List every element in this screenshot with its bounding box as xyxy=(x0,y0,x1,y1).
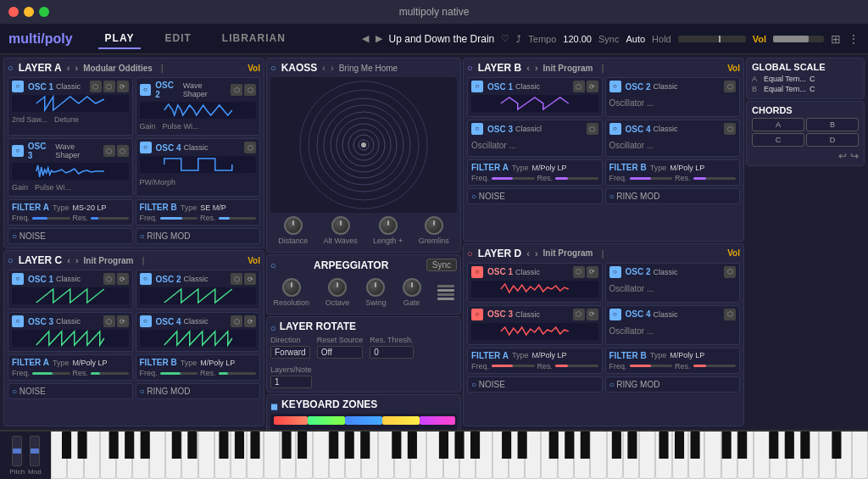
osc-d2-icon[interactable]: ⬡ xyxy=(724,266,736,278)
minimize-button[interactable] xyxy=(24,7,34,17)
white-key[interactable] xyxy=(149,432,165,479)
pitch-slider-control[interactable] xyxy=(12,436,22,466)
tempo-value[interactable]: 120.00 xyxy=(563,34,592,44)
osc-a2-icon1[interactable]: ⬡ xyxy=(231,84,242,96)
white-key[interactable] xyxy=(558,432,574,479)
osc-c3-icon[interactable]: ⬡ xyxy=(103,315,115,327)
osc-c3-icon2[interactable]: ⟳ xyxy=(117,315,129,327)
arp-octave-knob[interactable] xyxy=(328,278,347,297)
white-key[interactable] xyxy=(819,432,835,479)
osc-a3-icon1[interactable]: ⬡ xyxy=(103,145,115,157)
white-key[interactable] xyxy=(198,432,214,479)
share-icon[interactable]: ⤴ xyxy=(516,34,521,44)
chord-btn-c[interactable]: C xyxy=(752,133,804,147)
menu-icon[interactable]: ⋮ xyxy=(848,32,860,46)
undo-btn[interactable]: ↩ xyxy=(838,150,847,162)
arp-swing-knob[interactable] xyxy=(366,278,385,297)
layer-a-prev[interactable]: ‹ xyxy=(67,63,70,73)
layer-d-next[interactable]: › xyxy=(535,248,538,259)
osc-c2-icon2[interactable]: ⟳ xyxy=(244,273,256,285)
settings-icon[interactable]: ⊞ xyxy=(831,32,841,46)
arp-sync-btn[interactable]: Sync xyxy=(426,259,457,271)
white-key[interactable] xyxy=(721,432,737,479)
white-key[interactable] xyxy=(672,432,688,479)
kaoss-knob-length-knob[interactable] xyxy=(379,216,398,235)
white-key[interactable] xyxy=(607,432,623,479)
gs-val-b2[interactable]: C xyxy=(810,85,815,93)
white-key[interactable] xyxy=(329,432,345,479)
white-key[interactable] xyxy=(639,432,655,479)
osc-a1-icon2[interactable]: ⬡ xyxy=(103,81,115,92)
white-key[interactable] xyxy=(737,432,754,479)
white-key[interactable] xyxy=(67,432,83,479)
prev-btn[interactable]: ◀ xyxy=(362,33,369,44)
white-key[interactable] xyxy=(476,432,492,479)
gs-val-a2[interactable]: C xyxy=(810,75,815,83)
osc-c1-icon[interactable]: ⬡ xyxy=(103,273,115,285)
tab-edit[interactable]: EDIT xyxy=(158,29,198,49)
white-key[interactable] xyxy=(426,432,442,479)
kaoss-next[interactable]: › xyxy=(331,63,334,73)
white-key[interactable] xyxy=(704,432,721,479)
osc-b1-icon[interactable]: ⬡ xyxy=(573,81,585,92)
kaoss-display[interactable] xyxy=(270,77,457,213)
white-key[interactable] xyxy=(296,432,312,479)
layer-b-prev[interactable]: ‹ xyxy=(526,63,530,73)
layer-c-next[interactable]: › xyxy=(75,255,79,265)
redo-btn[interactable]: ↪ xyxy=(850,150,859,162)
kaoss-knob-distance-knob[interactable] xyxy=(284,216,303,235)
chord-btn-b[interactable]: B xyxy=(806,118,859,131)
osc-d3-icon2[interactable]: ⟳ xyxy=(587,309,598,320)
osc-b2-icon[interactable]: ⬡ xyxy=(724,81,736,92)
layer-c-prev[interactable]: ‹ xyxy=(67,255,70,265)
white-key[interactable] xyxy=(345,432,361,479)
white-key[interactable] xyxy=(100,432,116,479)
tab-librarian[interactable]: LIBRARIAN xyxy=(215,29,292,49)
white-key[interactable] xyxy=(770,432,786,479)
gs-val-a1[interactable]: Equal Tem... xyxy=(764,75,806,83)
white-key[interactable] xyxy=(655,432,671,479)
white-key[interactable] xyxy=(410,432,426,479)
layer-a-next[interactable]: › xyxy=(75,63,78,73)
white-key[interactable] xyxy=(132,432,148,479)
kaoss-knob-gremlins-knob[interactable] xyxy=(425,216,443,235)
white-key[interactable] xyxy=(688,432,704,479)
osc-b4-icon[interactable]: ⬡ xyxy=(724,123,736,135)
osc-a3-icon2[interactable]: ⬡ xyxy=(117,145,129,157)
osc-d3-icon[interactable]: ⬡ xyxy=(573,309,585,320)
white-key[interactable] xyxy=(313,432,329,479)
osc-d1-icon[interactable]: ⬡ xyxy=(573,266,585,278)
white-key[interactable] xyxy=(181,432,198,479)
layer-d-prev[interactable]: ‹ xyxy=(526,248,530,259)
osc-c4-icon[interactable]: ⬡ xyxy=(231,315,242,327)
osc-d1-icon2[interactable]: ⟳ xyxy=(587,266,598,278)
white-key[interactable] xyxy=(247,432,263,479)
white-key[interactable] xyxy=(443,432,459,479)
osc-c1-icon2[interactable]: ⟳ xyxy=(117,273,129,285)
heart-icon[interactable]: ♡ xyxy=(501,33,509,44)
white-key[interactable] xyxy=(787,432,803,479)
white-key[interactable] xyxy=(280,432,296,479)
white-key[interactable] xyxy=(116,432,132,479)
osc-a2-icon2[interactable]: ⬡ xyxy=(244,84,256,96)
osc-a1-icon3[interactable]: ⟳ xyxy=(117,81,129,92)
sync-value[interactable]: Auto xyxy=(626,34,645,44)
white-key[interactable] xyxy=(214,432,231,479)
white-key[interactable] xyxy=(459,432,476,479)
kaoss-prev[interactable]: ‹ xyxy=(322,63,326,73)
osc-c2-icon[interactable]: ⬡ xyxy=(231,273,242,285)
white-key[interactable] xyxy=(852,432,868,479)
white-key[interactable] xyxy=(574,432,590,479)
white-key[interactable] xyxy=(51,432,67,479)
osc-a1-icon1[interactable]: ⬡ xyxy=(90,81,102,92)
layer-b-next[interactable]: › xyxy=(535,63,538,73)
osc-a4-icon1[interactable]: ⬡ xyxy=(244,142,256,153)
white-key[interactable] xyxy=(590,432,606,479)
arp-resolution-knob[interactable] xyxy=(282,278,301,297)
rotate-res-thresh-val[interactable]: 0 xyxy=(370,346,413,359)
white-key[interactable] xyxy=(231,432,247,479)
white-key[interactable] xyxy=(509,432,525,479)
white-key[interactable] xyxy=(754,432,770,479)
arp-gate-knob[interactable] xyxy=(403,278,421,297)
maximize-button[interactable] xyxy=(39,7,49,17)
